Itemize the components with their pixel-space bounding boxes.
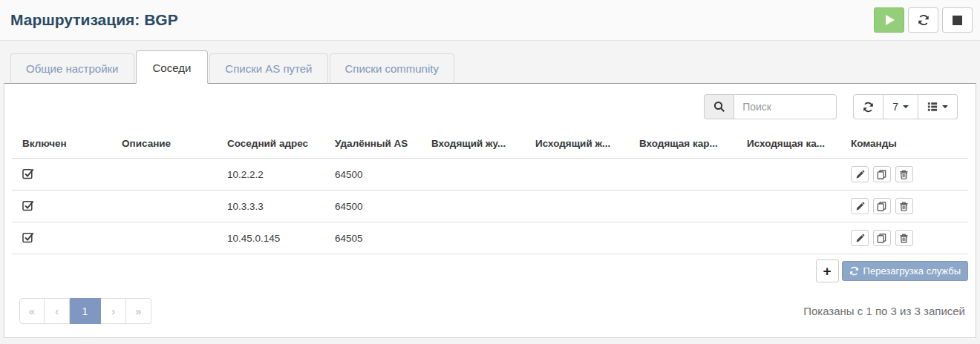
search-input[interactable]: [734, 94, 837, 119]
caret-down-icon: [942, 105, 948, 108]
neighbors-table: Включен Описание Соседний адрес Удалённы…: [12, 129, 968, 254]
cell-neighbor-address: 10.2.2.2: [221, 159, 329, 191]
column-header-enabled[interactable]: Включен: [12, 129, 116, 159]
edit-row-button[interactable]: [851, 230, 869, 246]
table-row: 10.2.2.2 64500: [12, 159, 968, 191]
columns-dropdown[interactable]: [918, 94, 958, 119]
pencil-icon: [855, 202, 865, 211]
pagination-next-button[interactable]: ›: [101, 298, 126, 324]
pencil-icon: [855, 170, 865, 179]
cell-remote-as: 64505: [329, 222, 425, 254]
cell-description: [116, 222, 221, 254]
service-controls: [874, 7, 973, 33]
copy-icon: [877, 170, 886, 179]
caret-down-icon: [903, 105, 909, 108]
page-title: Маршрутизация: BGP: [10, 11, 178, 29]
pagination-last-button[interactable]: »: [126, 298, 151, 324]
search-icon: [704, 94, 734, 119]
pagination-page-1-button[interactable]: 1: [70, 298, 101, 324]
grid-refresh-button[interactable]: [853, 94, 883, 119]
bottom-row: « ‹ 1 › » Показаны с 1 по 3 из 3 записей: [12, 282, 968, 337]
reload-service-button[interactable]: Перезагрузка службы: [842, 261, 968, 281]
row-enabled-checkbox[interactable]: [22, 231, 34, 243]
column-header-prefix-out[interactable]: Исходящий ж...: [529, 129, 633, 159]
trash-icon: [899, 170, 909, 179]
cell-neighbor-address: 10.45.0.145: [221, 222, 329, 254]
stop-icon: [953, 16, 962, 25]
refresh-icon: [849, 266, 859, 276]
reload-service-label: Перезагрузка службы: [863, 265, 961, 277]
row-enabled-checkbox[interactable]: [22, 199, 34, 211]
page-header: Маршрутизация: BGP: [0, 0, 980, 41]
column-header-description[interactable]: Описание: [116, 129, 221, 159]
copy-row-button[interactable]: [873, 166, 891, 182]
table-footer: + Перезагрузка службы: [12, 254, 968, 282]
service-start-button[interactable]: [874, 7, 904, 33]
copy-row-button[interactable]: [873, 198, 891, 214]
table-row: 10.45.0.145 64505: [12, 222, 968, 254]
list-icon: [927, 102, 938, 112]
tab-neighbors[interactable]: Соседи: [136, 50, 209, 84]
copy-icon: [877, 202, 886, 211]
copy-row-button[interactable]: [873, 230, 891, 246]
page-size-value: 7: [892, 101, 898, 113]
pagination-prev-button[interactable]: ‹: [45, 298, 70, 324]
grid-toolbar: 7: [12, 84, 968, 129]
service-stop-button[interactable]: [942, 7, 973, 33]
tab-community-lists[interactable]: Списки community: [330, 53, 454, 84]
pencil-icon: [855, 234, 865, 243]
service-restart-button[interactable]: [908, 7, 938, 33]
cell-remote-as: 64500: [329, 191, 425, 222]
edit-row-button[interactable]: [851, 198, 869, 214]
trash-icon: [899, 202, 909, 211]
refresh-icon: [863, 102, 874, 113]
table-row: 10.3.3.3 64500: [12, 191, 968, 222]
cell-remote-as: 64500: [329, 159, 425, 191]
column-header-remote-as[interactable]: Удалённый AS: [329, 129, 425, 159]
pagination: « ‹ 1 › »: [19, 298, 151, 324]
column-header-map-in[interactable]: Входящая кар...: [633, 129, 741, 159]
row-enabled-checkbox[interactable]: [22, 168, 34, 179]
page: Маршрутизация: BGP Общие: [0, 0, 980, 338]
cell-neighbor-address: 10.3.3.3: [221, 191, 329, 222]
content-panel: 7: [4, 83, 976, 338]
page-size-dropdown[interactable]: 7: [883, 94, 918, 119]
column-header-commands: Команды: [845, 129, 968, 159]
search-group: [704, 94, 837, 119]
play-icon: [886, 15, 895, 25]
tab-general-settings[interactable]: Общие настройки: [10, 53, 134, 84]
add-button[interactable]: +: [816, 259, 839, 282]
refresh-icon: [918, 14, 930, 26]
cell-description: [116, 159, 221, 191]
delete-row-button[interactable]: [895, 198, 913, 214]
delete-row-button[interactable]: [895, 230, 913, 246]
table-header-row: Включен Описание Соседний адрес Удалённы…: [12, 129, 968, 159]
cell-description: [116, 191, 221, 222]
copy-icon: [877, 234, 886, 243]
column-header-map-out[interactable]: Исходящая ка...: [741, 129, 845, 159]
column-header-prefix-in[interactable]: Входящий жу...: [425, 129, 529, 159]
trash-icon: [899, 234, 909, 243]
records-summary: Показаны с 1 по 3 из 3 записей: [803, 305, 965, 317]
delete-row-button[interactable]: [895, 166, 913, 182]
tab-as-path-lists[interactable]: Списки AS путей: [209, 53, 327, 84]
tab-bar: Общие настройки Соседи Списки AS путей С…: [10, 50, 980, 84]
edit-row-button[interactable]: [851, 166, 869, 182]
grid-settings-group: 7: [853, 94, 958, 119]
column-header-neighbor-address[interactable]: Соседний адрес: [221, 129, 329, 159]
pagination-first-button[interactable]: «: [19, 298, 45, 324]
